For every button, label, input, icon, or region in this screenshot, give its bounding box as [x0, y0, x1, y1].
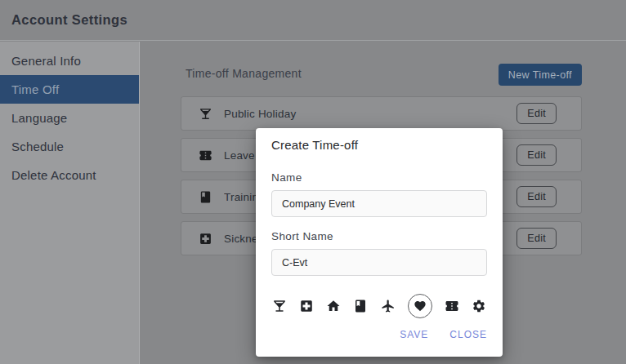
modal-title: Create Time-off: [271, 138, 487, 152]
heart-icon[interactable]: [414, 300, 427, 313]
airplane-icon[interactable]: [381, 299, 396, 313]
home-icon[interactable]: [326, 299, 341, 313]
selected-icon-ring[interactable]: [408, 294, 432, 318]
cocktail-icon[interactable]: [272, 299, 287, 313]
gear-icon[interactable]: [472, 299, 486, 313]
save-button[interactable]: SAVE: [400, 329, 428, 340]
modal-actions: SAVE CLOSE: [271, 329, 487, 340]
create-time-off-modal: Create Time-off Name Short Name SAVE CLO…: [256, 128, 503, 357]
name-field-label: Name: [271, 171, 487, 184]
short-name-field-label: Short Name: [271, 230, 487, 242]
account-settings-page: Account Settings General Info Time Off L…: [0, 0, 626, 364]
book-icon[interactable]: [353, 299, 368, 313]
name-input[interactable]: [271, 190, 487, 217]
ticket-icon[interactable]: [445, 299, 459, 313]
icon-picker: [271, 294, 487, 318]
medical-cross-icon[interactable]: [299, 299, 314, 313]
short-name-input[interactable]: [271, 249, 487, 276]
close-button[interactable]: CLOSE: [449, 329, 487, 340]
